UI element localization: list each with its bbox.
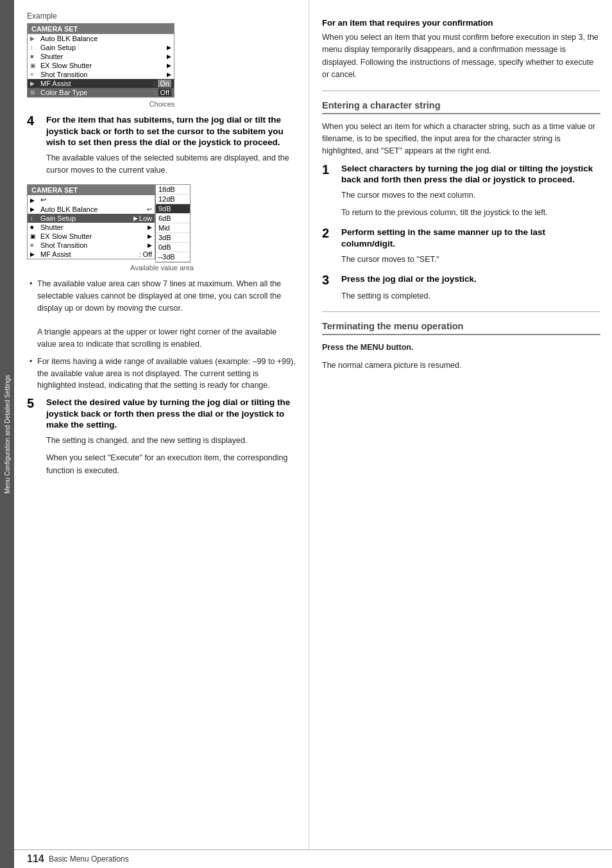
term-body: The normal camera picture is resumed. bbox=[322, 360, 600, 372]
m2r3-label: Shutter bbox=[40, 223, 145, 231]
val-18db: 18dB bbox=[156, 185, 190, 195]
m2r3: ■ Shutter ▶ bbox=[28, 223, 155, 232]
step4-num: 4 bbox=[27, 114, 41, 148]
m2r2-label: Gain Setup bbox=[40, 214, 131, 222]
val-neg3db: –3dB bbox=[156, 252, 190, 262]
val-9db: 9dB bbox=[156, 204, 190, 214]
m2r4-arrow: ▶ bbox=[148, 233, 152, 239]
val-3db: 3dB bbox=[156, 233, 190, 243]
footer-page-num: 114 bbox=[27, 854, 41, 864]
row6-colon: : bbox=[154, 80, 156, 87]
step4-body: The available values of the selected sub… bbox=[27, 152, 297, 177]
m2r6-label: MF Assist bbox=[40, 250, 139, 258]
char-body: When you select an item for which a char… bbox=[322, 121, 600, 158]
rstep1-num: 1 bbox=[322, 163, 336, 186]
row3-icon: ■ bbox=[30, 53, 40, 60]
step4-body1: The available values of the selected sub… bbox=[46, 152, 297, 177]
rstep3-title: Press the jog dial or the joystick. bbox=[341, 273, 477, 286]
m2r4-label: EX Slow Shutter bbox=[40, 232, 145, 240]
row3-arrow: ▶ bbox=[167, 53, 171, 60]
right-step-3: 3 Press the jog dial or the joystick. Th… bbox=[322, 273, 600, 302]
rstep3-body: The setting is completed. bbox=[322, 290, 600, 302]
row7-label: Color Bar Type bbox=[40, 89, 151, 96]
m2r5-label: Shot Transition bbox=[40, 241, 145, 249]
rstep2-body: The cursor moves to "SET." bbox=[322, 254, 600, 266]
divider-2 bbox=[322, 311, 600, 312]
right-column: For an item that requires your confirmat… bbox=[309, 0, 612, 849]
divider-1 bbox=[322, 91, 600, 91]
rstep3-body1: The setting is completed. bbox=[341, 290, 600, 302]
step4-header: 4 For the item that has subitems, turn t… bbox=[27, 114, 297, 148]
row6-label: MF Assist bbox=[40, 80, 151, 87]
menu2-container: CAMERA SET ▶ ↩ ▶ Auto BLK Balance ↩ ↕ bbox=[27, 184, 297, 272]
choices-label: Choices bbox=[27, 100, 297, 108]
footer-section: Basic Menu Operations bbox=[49, 855, 129, 864]
row3-label: Shutter bbox=[40, 53, 164, 60]
example-label: Example bbox=[27, 12, 297, 21]
rstep2-title: Perform setting in the same manner up to… bbox=[341, 227, 600, 249]
m2r4-icon: ▣ bbox=[30, 233, 40, 239]
menu1-row-3: ■ Shutter ▶ bbox=[28, 52, 174, 61]
row2-label: Gain Setup bbox=[40, 44, 164, 51]
row4-label: EX Slow Shutter bbox=[40, 62, 164, 69]
val-mid: Mid bbox=[156, 223, 190, 233]
m2r5-icon: ≡ bbox=[30, 242, 40, 248]
step5-title: Select the desired value by turning the … bbox=[46, 397, 297, 431]
menu1-title: CAMERA SET bbox=[28, 24, 174, 34]
rstep1-body1: The cursor moves to the next column. bbox=[341, 189, 600, 202]
row4-icon: ▣ bbox=[30, 62, 40, 69]
menu1-row-7: ⊞ Color Bar Type : Off bbox=[28, 88, 174, 97]
m2r2-low: Low bbox=[139, 214, 152, 222]
values-box: 18dB 12dB 9dB 6dB Mid 3dB 0dB –3dB bbox=[155, 184, 191, 263]
rstep2-body1: The cursor moves to "SET." bbox=[341, 254, 600, 266]
m2r0-label: ↩ bbox=[40, 196, 152, 204]
m2r0-icon: ▶ bbox=[30, 197, 40, 204]
row6-value: On bbox=[158, 80, 171, 87]
row2-icon: ↕ bbox=[30, 44, 40, 51]
step5-body: The setting is changed, and the new sett… bbox=[27, 435, 297, 477]
confirm-body: When you select an item that you must co… bbox=[322, 31, 600, 82]
m2r1: ▶ Auto BLK Balance ↩ bbox=[28, 205, 155, 214]
bullet-2: For items having a wide range of availab… bbox=[27, 356, 297, 392]
rstep1-body2: To return to the previous column, tilt t… bbox=[341, 207, 600, 219]
menu1-row-6: ▶ MF Assist : On bbox=[28, 79, 174, 88]
row1-icon: ▶ bbox=[30, 35, 40, 42]
step4-title: For the item that has subitems, turn the… bbox=[46, 114, 297, 148]
m2r6: ▶ MF Assist : Off bbox=[28, 250, 155, 259]
m2r1-icon: ▶ bbox=[30, 206, 40, 213]
step5-body2: When you select "Execute" for an executi… bbox=[46, 452, 297, 477]
bullet-1: The available value area can show 7 line… bbox=[27, 278, 297, 351]
available-label: Available value area bbox=[27, 264, 297, 272]
step5-header: 5 Select the desired value by turning th… bbox=[27, 397, 297, 431]
rstep1-body: The cursor moves to the next column. To … bbox=[322, 189, 600, 220]
right-step-2: 2 Perform setting in the same manner up … bbox=[322, 227, 600, 265]
m2r5: ≡ Shot Transition ▶ bbox=[28, 241, 155, 250]
m2r2-icon: ↕ bbox=[30, 215, 40, 221]
rstep2-header: 2 Perform setting in the same manner up … bbox=[322, 227, 600, 249]
main-content: Example CAMERA SET ▶ Auto BLK Balance ↕ … bbox=[14, 0, 612, 868]
row4-arrow: ▶ bbox=[167, 62, 171, 69]
m2r6-icon: ▶ bbox=[30, 251, 40, 257]
val-0db: 0dB bbox=[156, 243, 190, 252]
right-step-1: 1 Select characters by turning the jog d… bbox=[322, 163, 600, 220]
menu2-title: CAMERA SET bbox=[28, 185, 155, 195]
step-4: 4 For the item that has subitems, turn t… bbox=[27, 114, 297, 177]
rstep3-header: 3 Press the jog dial or the joystick. bbox=[322, 273, 600, 286]
m2r6-val: : Off bbox=[139, 250, 152, 258]
m2r0: ▶ ↩ bbox=[28, 195, 155, 205]
menu1-row-5: ≡ Shot Transition ▶ bbox=[28, 70, 174, 79]
rstep3-num: 3 bbox=[322, 273, 336, 286]
row7-icon: ⊞ bbox=[30, 89, 40, 96]
bullet-list: The available value area can show 7 line… bbox=[27, 278, 297, 392]
m2r1-label: Auto BLK Balance bbox=[40, 205, 144, 213]
camera-menu-box-2: CAMERA SET ▶ ↩ ▶ Auto BLK Balance ↩ ↕ bbox=[27, 184, 155, 259]
confirm-heading: For an item that requires your confirmat… bbox=[322, 18, 600, 28]
step5-body1: The setting is changed, and the new sett… bbox=[46, 435, 297, 447]
row5-label: Shot Transition bbox=[40, 71, 164, 78]
row6-icon: ▶ bbox=[30, 80, 40, 87]
row7-colon: : bbox=[154, 89, 156, 96]
two-column-layout: Example CAMERA SET ▶ Auto BLK Balance ↕ … bbox=[14, 0, 612, 849]
rstep1-title: Select characters by turning the jog dia… bbox=[341, 163, 600, 186]
m2r5-arrow: ▶ bbox=[148, 242, 152, 248]
m2r1-arrow: ↩ bbox=[147, 206, 152, 213]
